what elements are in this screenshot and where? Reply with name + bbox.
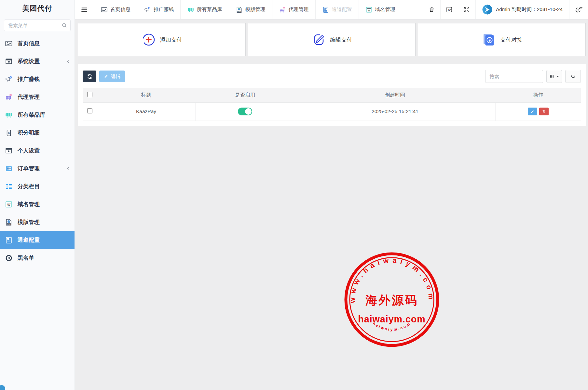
template-html-icon: HTML <box>236 6 243 13</box>
sidebar-item-1[interactable]: 系统设置 <box>0 52 75 70</box>
menu-search-input[interactable] <box>4 20 71 31</box>
tab-1[interactable]: $推广赚钱 <box>137 0 180 19</box>
chevron-left-icon <box>65 166 71 171</box>
sidebar-item-6[interactable]: 个人设置 <box>0 142 75 160</box>
tab-2[interactable]: 所有菜品库 <box>180 0 229 19</box>
sidebar-item-0[interactable]: 首页信息 <box>0 34 75 52</box>
search-button[interactable] <box>565 70 581 83</box>
card-2[interactable]: ¥支付对接 <box>418 23 586 56</box>
tab-label: 推广赚钱 <box>154 6 174 13</box>
blacklist-ring-icon <box>5 254 13 262</box>
user-menu[interactable]: Admin 到期时间：2031-10-24 <box>475 0 569 19</box>
system-window-icon <box>5 147 13 155</box>
add-payment-icon <box>141 32 156 47</box>
row-checkbox[interactable] <box>87 108 92 113</box>
sidebar-menu: 首页信息系统设置$推广赚钱代理管理所有菜品库$积分明细个人设置订单管理分类栏目w… <box>0 34 75 267</box>
svg-text:w: w <box>7 203 10 207</box>
refresh-button[interactable] <box>83 71 96 82</box>
sidebar-item-5[interactable]: $积分明细 <box>0 124 75 142</box>
sidebar-item-7[interactable]: 订单管理 <box>0 160 75 177</box>
sidebar-item-label: 订单管理 <box>18 165 40 172</box>
tab-5[interactable]: $通道配置 <box>315 0 359 19</box>
table-toolbar: 编辑 <box>83 70 581 83</box>
edit-button-label: 编辑 <box>111 73 120 80</box>
chevron-down-icon <box>556 75 559 78</box>
column-header: 操作 <box>495 88 581 102</box>
enable-toggle[interactable] <box>238 108 252 115</box>
chevron-left-icon <box>65 59 71 64</box>
sidebar-item-label: 域名管理 <box>18 201 40 208</box>
card-1[interactable]: 编辑支付 <box>248 23 416 56</box>
clear-cache-button[interactable] <box>423 0 440 19</box>
channel-doc-icon: $ <box>322 6 329 13</box>
tab-bar: 首页信息$推广赚钱所有菜品库HTML模版管理代理管理$通道配置w域名管理 <box>94 0 402 19</box>
sidebar-item-12[interactable]: 黑名单 <box>0 249 75 267</box>
agent-cart-icon <box>279 6 286 13</box>
tab-label: 首页信息 <box>110 6 130 13</box>
homepage-image-icon <box>5 40 13 47</box>
sidebar-item-label: 系统设置 <box>18 58 40 65</box>
sidebar-item-2[interactable]: $推广赚钱 <box>0 70 75 88</box>
tab-label: 代理管理 <box>289 6 309 13</box>
fullscreen-button[interactable] <box>458 0 475 19</box>
tab-3[interactable]: HTML模版管理 <box>229 0 272 19</box>
column-header: 是否启用 <box>195 88 295 102</box>
tab-label: 模版管理 <box>245 6 266 13</box>
system-window-icon <box>5 58 13 65</box>
sidebar-item-label: 代理管理 <box>18 93 40 101</box>
table-panel: 编辑 标题是否启用创建时间操作 <box>78 64 586 126</box>
main-content: 添加支付编辑支付¥支付对接 编辑 <box>75 20 588 390</box>
translate-button[interactable]: A <box>440 0 458 19</box>
svg-text:$: $ <box>8 131 10 135</box>
agent-cart-icon <box>5 93 13 101</box>
edit-button[interactable]: 编辑 <box>99 71 125 82</box>
settings-gear-button[interactable] <box>569 0 588 19</box>
sidebar-item-8[interactable]: 分类栏目 <box>0 177 75 195</box>
columns-button[interactable] <box>546 70 562 83</box>
sort-category-icon <box>5 183 13 190</box>
app-window: 美团代付 首页信息系统设置$推广赚钱代理管理所有菜品库$积分明细个人设置订单管理… <box>0 0 588 390</box>
points-phone-icon: $ <box>5 129 13 137</box>
card-0[interactable]: 添加支付 <box>78 23 246 56</box>
tab-label: 通道配置 <box>332 6 352 13</box>
svg-text:A: A <box>448 8 450 12</box>
sidebar-item-4[interactable]: 所有菜品库 <box>0 106 75 124</box>
megaphone-icon: $ <box>5 75 13 83</box>
svg-text:$: $ <box>10 76 11 79</box>
sidebar-item-label: 模版管理 <box>18 218 40 226</box>
sidebar-item-11[interactable]: $通道配置 <box>0 231 75 249</box>
search-icon <box>570 74 576 79</box>
sidebar-item-10[interactable]: HTML模版管理 <box>0 213 75 231</box>
pencil-icon <box>530 110 535 114</box>
svg-text:w: w <box>367 9 370 12</box>
trash-icon <box>428 6 435 13</box>
card-label: 支付对接 <box>500 36 522 44</box>
tab-4[interactable]: 代理管理 <box>272 0 315 19</box>
gears-icon <box>575 6 583 13</box>
row-delete-button[interactable] <box>539 108 549 115</box>
channel-doc-icon: $ <box>5 236 13 244</box>
table-search-input[interactable] <box>485 70 543 83</box>
row-edit-button[interactable] <box>528 108 537 115</box>
sidebar-item-9[interactable]: w域名管理 <box>0 195 75 213</box>
sidebar-item-label: 分类栏目 <box>18 183 40 190</box>
domain-w-icon: w <box>365 6 373 13</box>
sidebar-item-label: 黑名单 <box>18 254 34 262</box>
corner-logo <box>0 385 5 390</box>
sidebar-item-3[interactable]: 代理管理 <box>0 88 75 106</box>
sidebar-item-label: 个人设置 <box>18 147 40 154</box>
table-row: KaazPay2025-02-25 15:21:41 <box>83 102 581 121</box>
tab-0[interactable]: 首页信息 <box>94 0 137 19</box>
megaphone-icon: $ <box>144 6 151 13</box>
row-title: KaazPay <box>97 102 195 121</box>
sidebar-toggle-button[interactable] <box>75 0 94 19</box>
sidebar-item-label: 所有菜品库 <box>18 111 45 119</box>
select-all-checkbox[interactable] <box>87 92 92 97</box>
column-header: 标题 <box>97 88 195 102</box>
tab-6[interactable]: w域名管理 <box>359 0 402 19</box>
sidebar-item-label: 推广赚钱 <box>18 75 40 83</box>
sidebar-item-label: 首页信息 <box>18 40 40 47</box>
svg-text:HTML: HTML <box>238 11 240 12</box>
card-label: 添加支付 <box>160 36 182 44</box>
homepage-image-icon <box>101 6 108 13</box>
